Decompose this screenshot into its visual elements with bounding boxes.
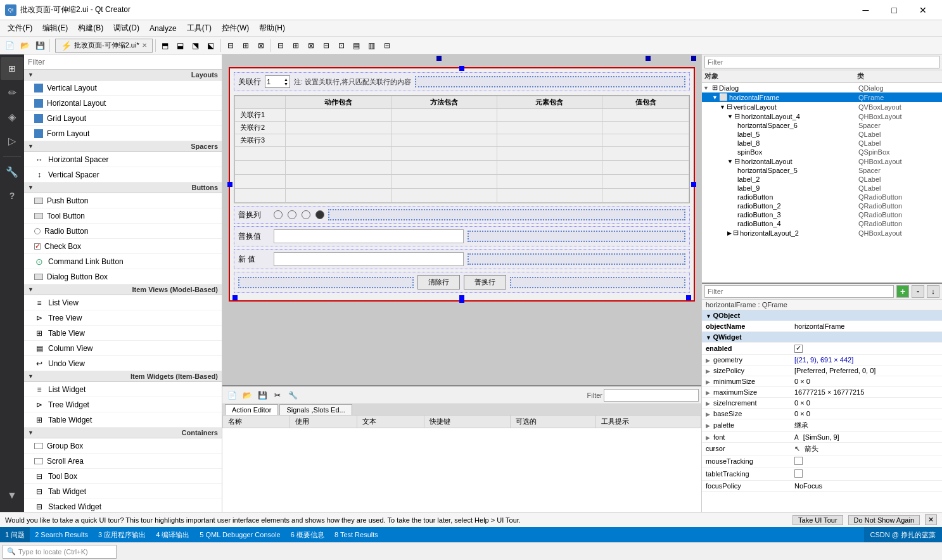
- tb-layout-5[interactable]: ⊡: [334, 39, 348, 53]
- tree-item-radio4[interactable]: radioButton_4 QRadioButton: [702, 219, 942, 228]
- widget-list-widget[interactable]: ≡ List Widget: [24, 382, 222, 397]
- menu-edit[interactable]: 编辑(E): [37, 21, 73, 35]
- menu-widgets[interactable]: 控件(W): [217, 21, 254, 35]
- input-replace-val[interactable]: [274, 229, 464, 243]
- action-btn-2[interactable]: 📂: [240, 388, 254, 402]
- tree-item-label2[interactable]: label_2 QLabel: [702, 175, 942, 184]
- section-qwidget[interactable]: ▼ QWidget: [702, 332, 942, 343]
- tree-item-label9[interactable]: label_9 QLabel: [702, 184, 942, 193]
- input-new-val[interactable]: [274, 252, 464, 266]
- action-filter-input[interactable]: [604, 389, 699, 402]
- category-containers[interactable]: Containers: [24, 428, 222, 438]
- search-bar[interactable]: 🔍 Type to locate (Ctrl+K): [3, 545, 117, 559]
- widget-tool-box[interactable]: ⊟ Tool Box: [24, 469, 222, 484]
- prop-focuspolicy[interactable]: focusPolicy NoFocus: [702, 480, 942, 491]
- category-buttons[interactable]: Buttons: [24, 182, 222, 193]
- menu-build[interactable]: 构建(B): [73, 21, 108, 35]
- prop-mousetracking-checkbox[interactable]: [794, 457, 803, 465]
- widget-vertical-layout[interactable]: Vertical Layout: [24, 80, 222, 96]
- tree-item-hspacer5[interactable]: horizontalSpacer_5 Spacer: [702, 166, 942, 175]
- widget-dialog-button-box[interactable]: Dialog Button Box: [24, 269, 222, 284]
- widget-scroll-area[interactable]: Scroll Area: [24, 454, 222, 469]
- widget-grid-layout[interactable]: Grid Layout: [24, 111, 222, 126]
- table-row-5[interactable]: [235, 161, 689, 175]
- tab-close[interactable]: ✕: [142, 42, 147, 49]
- section-qobject[interactable]: ▼ QObject: [702, 310, 942, 321]
- tree-item-hlayout4[interactable]: ▼ ⊟ horizontalLayout_4 QHBoxLayout: [702, 111, 942, 121]
- menu-help[interactable]: 帮助(H): [254, 21, 290, 35]
- tb-btn-2[interactable]: ⬓: [174, 39, 188, 53]
- tb-btn-3[interactable]: ⬔: [189, 39, 203, 53]
- design-canvas[interactable]: 关联行 1 ▲▼ 注: 设置关联行,将只匹配关联行的内容: [222, 54, 701, 385]
- widget-tool-button[interactable]: Tool Button: [24, 208, 222, 224]
- btn-replace[interactable]: 普换行: [464, 275, 506, 290]
- widget-column-view[interactable]: ▤ Column View: [24, 341, 222, 356]
- sidebar-icon-edit[interactable]: ✏: [1, 81, 23, 104]
- tb-layout-1[interactable]: ⊟: [274, 39, 288, 53]
- table-row-4[interactable]: [235, 147, 689, 161]
- tab-signals-slots[interactable]: Signals ,Slots Ed...: [279, 404, 352, 415]
- widget-tree-view[interactable]: ⊳ Tree View: [24, 310, 222, 326]
- menu-tools[interactable]: 工具(T): [182, 21, 217, 35]
- props-add-btn[interactable]: +: [896, 285, 909, 298]
- tb-layout-4[interactable]: ⊟: [319, 39, 333, 53]
- prop-font[interactable]: ▶ font A [SimSun, 9]: [702, 431, 942, 442]
- form-frame[interactable]: 关联行 1 ▲▼ 注: 设置关联行,将只匹配关联行的内容: [229, 67, 695, 302]
- tree-item-dialog[interactable]: ▼ ⊞ Dialog QDialog: [702, 83, 942, 92]
- open-button[interactable]: 📂: [18, 39, 32, 53]
- tree-item-radio2[interactable]: radioButton_2 QRadioButton: [702, 201, 942, 210]
- tree-item-radio3[interactable]: radioButton_3 QRadioButton: [702, 210, 942, 219]
- no-tour-button[interactable]: Do Not Show Again: [848, 515, 920, 525]
- prop-basesize[interactable]: ▶ baseSize 0 × 0: [702, 408, 942, 419]
- tree-item-hframe[interactable]: ▼ ⬜ horizontalFrame QFrame: [702, 92, 942, 102]
- props-filter-input[interactable]: [704, 285, 894, 298]
- prop-tablettracking[interactable]: tabletTracking: [702, 468, 942, 480]
- menu-file[interactable]: 文件(F): [3, 21, 37, 35]
- prop-tablettracking-checkbox[interactable]: [794, 469, 803, 478]
- sidebar-icon-build[interactable]: 🔧: [1, 160, 23, 183]
- tour-close-button[interactable]: ✕: [925, 514, 937, 525]
- tb-layout-6[interactable]: ▤: [350, 39, 364, 53]
- spinbox-arrows[interactable]: ▲▼: [284, 77, 288, 86]
- action-btn-1[interactable]: 📄: [225, 388, 239, 402]
- tree-item-hlayout[interactable]: ▼ ⊟ horizontalLayout QHBoxLayout: [702, 156, 942, 166]
- prop-maxsize[interactable]: ▶ maximumSize 16777215 × 16777215: [702, 386, 942, 397]
- widget-check-box[interactable]: ✓ Check Box: [24, 239, 222, 254]
- tree-item-vlayout[interactable]: ▼ ⊟ verticalLayout QVBoxLayout: [702, 102, 942, 111]
- widget-horizontal-layout[interactable]: Horizontal Layout: [24, 96, 222, 111]
- widget-v-spacer[interactable]: ↕ Vertical Spacer: [24, 167, 222, 182]
- tree-item-radio1[interactable]: radioButton QRadioButton: [702, 193, 942, 201]
- category-spacers[interactable]: Spacers: [24, 141, 222, 152]
- radio-2[interactable]: [288, 210, 296, 219]
- radio-1[interactable]: [274, 210, 283, 219]
- sidebar-icon-design[interactable]: ◈: [1, 105, 23, 128]
- save-button[interactable]: 💾: [33, 39, 47, 53]
- widget-h-spacer[interactable]: ↔ Horizontal Spacer: [24, 152, 222, 167]
- widget-form-layout[interactable]: Form Layout: [24, 126, 222, 141]
- menu-analyze[interactable]: Analyze: [144, 22, 182, 35]
- tb-align-3[interactable]: ⊠: [254, 39, 268, 53]
- props-arrow-btn[interactable]: ↓: [927, 285, 939, 298]
- menu-debug[interactable]: 调试(D): [108, 21, 144, 35]
- widget-group-box[interactable]: Group Box: [24, 438, 222, 454]
- spinbox-associate[interactable]: 1 ▲▼: [265, 75, 290, 88]
- widget-push-button[interactable]: Push Button: [24, 193, 222, 208]
- prop-objectname[interactable]: objectName horizontalFrame: [702, 321, 942, 332]
- widget-command-link[interactable]: ⊙ Command Link Button: [24, 254, 222, 269]
- tb-btn-4[interactable]: ⬕: [204, 39, 218, 53]
- tb-layout-7[interactable]: ▥: [365, 39, 379, 53]
- active-tab[interactable]: ⚡ 批改页面-可伸缩2.ui* ✕: [55, 39, 153, 53]
- sidebar-icon-debug[interactable]: ▷: [1, 129, 23, 152]
- prop-cursor[interactable]: cursor ↖ 箭头: [702, 442, 942, 455]
- sidebar-icon-bottom[interactable]: ▼: [1, 484, 23, 507]
- tb-align-2[interactable]: ⊞: [239, 39, 253, 53]
- widget-table-view[interactable]: ⊞ Table View: [24, 326, 222, 341]
- obj-filter-input[interactable]: [704, 56, 939, 68]
- tab-action-editor[interactable]: Action Editor: [225, 404, 278, 415]
- widget-list-view[interactable]: ≡ List View: [24, 295, 222, 310]
- category-item-widgets[interactable]: Item Widgets (Item-Based): [24, 371, 222, 382]
- action-btn-4[interactable]: ✂: [271, 388, 284, 402]
- table-row-7[interactable]: [235, 189, 689, 203]
- tb-layout-3[interactable]: ⊠: [304, 39, 318, 53]
- status-tab-appoutput[interactable]: 3 应用程序输出: [93, 527, 151, 542]
